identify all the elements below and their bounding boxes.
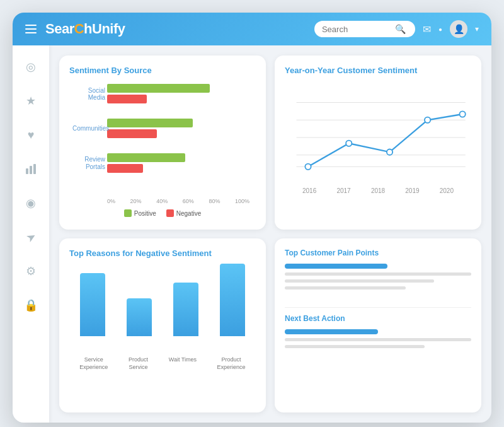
svg-rect-0 bbox=[26, 168, 28, 174]
sidebar-item-settings[interactable]: ⚙ bbox=[21, 261, 41, 281]
action-bar-3 bbox=[285, 345, 471, 348]
search-input[interactable] bbox=[322, 25, 391, 34]
search-icon: 🔍 bbox=[395, 24, 406, 34]
bar-label-communities: Communities bbox=[72, 125, 105, 132]
header-right: 🔍 ✉ ● 👤 ▾ bbox=[314, 20, 479, 38]
action-bar-2 bbox=[285, 338, 471, 341]
sidebar-item-chart[interactable] bbox=[21, 159, 41, 179]
communities-negative-bar bbox=[107, 129, 157, 138]
bar-col-wait bbox=[173, 283, 198, 336]
chart-legend: Positive Negative bbox=[69, 209, 256, 217]
dot-icon: ● bbox=[438, 26, 442, 33]
bar-wait-times bbox=[173, 283, 198, 336]
x-axis: 0% 20% 40% 60% 80% 100% bbox=[69, 198, 256, 204]
line-chart-container: 2016 2017 2018 2019 2020 bbox=[285, 84, 471, 210]
pain-points-card: Top Customer Pain Points bbox=[275, 238, 481, 412]
app-window: SearChUnify 🔍 ✉ ● 👤 ▾ ◎ ★ ♥ bbox=[13, 13, 491, 423]
avatar[interactable]: 👤 bbox=[450, 20, 467, 38]
label-product-experience: ProductExperience bbox=[217, 356, 246, 371]
datapoint-2019 bbox=[425, 117, 430, 123]
bar-product-service bbox=[127, 298, 152, 336]
next-best-action-section: Next Best Action bbox=[285, 314, 471, 352]
pain-bar-line-3 bbox=[285, 279, 434, 283]
pain-bar-3 bbox=[285, 279, 471, 283]
action-bar-1 bbox=[285, 329, 471, 334]
action-bar-line-2 bbox=[285, 338, 471, 341]
sidebar-item-location[interactable]: ◉ bbox=[21, 193, 41, 213]
mail-icon[interactable]: ✉ bbox=[423, 23, 431, 35]
main-content: Sentiment By Source Social Media bbox=[49, 45, 491, 423]
sidebar: ◎ ★ ♥ ◉ ➤ ⚙ 🔒 bbox=[13, 45, 49, 423]
legend-positive: Positive bbox=[124, 209, 156, 217]
year-on-year-title: Year-on-Year Customer Sentiment bbox=[285, 66, 471, 75]
sidebar-item-lock[interactable]: 🔒 bbox=[21, 295, 41, 315]
x-axis-years: 2016 2017 2018 2019 2020 bbox=[285, 187, 471, 194]
year-2018: 2018 bbox=[371, 187, 385, 194]
bar-product-experience bbox=[220, 264, 245, 336]
logo: SearChUnify bbox=[45, 21, 125, 37]
social-negative-bar bbox=[107, 95, 147, 103]
datapoint-2016 bbox=[305, 164, 311, 170]
year-2016: 2016 bbox=[302, 187, 316, 194]
body-layout: ◎ ★ ♥ ◉ ➤ ⚙ 🔒 Sentiment By Source bbox=[13, 45, 491, 423]
section-divider bbox=[285, 307, 471, 308]
negative-legend-dot bbox=[166, 209, 174, 217]
bar-col-service bbox=[80, 273, 105, 336]
pain-bar-2 bbox=[285, 272, 471, 276]
sidebar-item-star[interactable]: ★ bbox=[21, 91, 41, 111]
horizontal-bar-chart: Social Media Communities bbox=[69, 84, 256, 198]
svg-rect-2 bbox=[33, 164, 36, 174]
pain-bar-4 bbox=[285, 286, 471, 290]
year-2017: 2017 bbox=[336, 187, 350, 194]
header: SearChUnify 🔍 ✉ ● 👤 ▾ bbox=[13, 13, 491, 45]
pain-bar-line-2 bbox=[285, 272, 471, 276]
bar-labels-row: ServiceExperience ProductService Wait Ti… bbox=[69, 356, 256, 371]
search-bar[interactable]: 🔍 bbox=[314, 21, 415, 37]
action-bar-fill-1 bbox=[285, 329, 378, 334]
sentiment-by-source-card: Sentiment By Source Social Media bbox=[59, 56, 266, 230]
negative-sentiment-card: Top Reasons for Negative Sentiment bbox=[59, 238, 266, 412]
caret-icon[interactable]: ▾ bbox=[475, 25, 479, 33]
label-product-service: ProductService bbox=[129, 356, 148, 371]
label-wait-times: Wait Times bbox=[169, 356, 197, 371]
year-2020: 2020 bbox=[440, 187, 454, 194]
logo-text-1: Sear bbox=[45, 21, 74, 37]
bar-service-experience bbox=[80, 273, 105, 336]
vertical-bar-chart bbox=[69, 267, 256, 355]
legend-negative: Negative bbox=[166, 209, 201, 217]
review-positive-bar bbox=[107, 153, 185, 162]
bar-col-product-exp bbox=[220, 264, 245, 336]
pain-points-title: Top Customer Pain Points bbox=[285, 249, 471, 257]
label-service-experience: ServiceExperience bbox=[79, 356, 108, 371]
logo-highlight: C bbox=[74, 21, 84, 37]
header-left: SearChUnify bbox=[25, 21, 125, 37]
positive-legend-label: Positive bbox=[134, 210, 156, 217]
bar-label-review: ReviewPortals bbox=[72, 156, 105, 171]
sidebar-item-target[interactable]: ◎ bbox=[21, 57, 41, 77]
sentiment-chart-area: Social Media Communities bbox=[69, 84, 256, 217]
year-2019: 2019 bbox=[405, 187, 419, 194]
next-best-action-title: Next Best Action bbox=[285, 314, 471, 323]
pain-bar-fill-1 bbox=[285, 264, 387, 269]
datapoint-2020 bbox=[460, 111, 466, 117]
datapoint-2017 bbox=[346, 141, 352, 146]
pain-bar-1 bbox=[285, 264, 471, 269]
bar-label-social: Social Media bbox=[72, 87, 105, 101]
negative-sentiment-title: Top Reasons for Negative Sentiment bbox=[69, 249, 256, 258]
action-bar-line-3 bbox=[285, 345, 425, 348]
pain-bar-line-4 bbox=[285, 286, 406, 290]
pain-points-section: Top Customer Pain Points bbox=[285, 249, 471, 293]
sentiment-by-source-title: Sentiment By Source bbox=[69, 66, 256, 75]
negative-legend-label: Negative bbox=[176, 210, 201, 217]
line-chart-svg bbox=[285, 84, 471, 191]
positive-legend-dot bbox=[124, 209, 132, 217]
logo-text-2: hUnify bbox=[84, 21, 125, 37]
year-on-year-card: Year-on-Year Customer Sentiment bbox=[275, 56, 481, 230]
sidebar-item-heart[interactable]: ♥ bbox=[21, 125, 41, 145]
svg-rect-1 bbox=[30, 166, 32, 174]
sidebar-item-send[interactable]: ➤ bbox=[17, 223, 45, 251]
line-chart-path bbox=[308, 114, 462, 167]
review-negative-bar bbox=[107, 164, 143, 173]
hamburger-icon[interactable] bbox=[25, 25, 37, 33]
bar-col-product-service bbox=[127, 298, 152, 336]
